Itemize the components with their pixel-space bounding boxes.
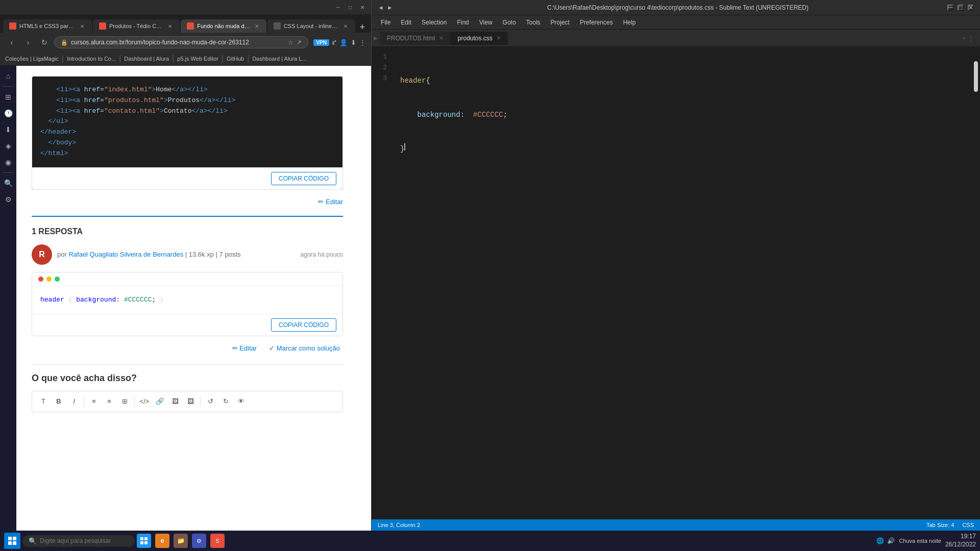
menu-project[interactable]: Project [546,17,575,28]
sublime-back-icon[interactable]: ◄ [378,4,384,11]
sublime-tab-add[interactable]: + [962,35,966,42]
maximize-button[interactable]: □ [347,4,354,11]
sidebar-home-icon[interactable]: ⌂ [2,70,14,82]
taskbar-icon-app1[interactable]: S [210,534,225,548]
sidebar-collections-icon[interactable]: ⊞ [2,91,14,103]
reply-author-link[interactable]: Rafael Quagliato Silveira de Bernardes [68,251,183,258]
sublime-tab-css-close[interactable]: ✕ [497,35,501,41]
tool-redo[interactable]: ↻ [218,394,233,409]
taskbar-left: 🔍 e 📁 ⚙ S [4,533,225,549]
bookmark-4[interactable]: p5.js Web Editor [177,56,218,62]
menu-preferences[interactable]: Preferences [575,17,618,28]
settings-taskbar-icon: ⚙ [197,538,202,544]
extensions-icon[interactable]: ⑈ [332,39,336,46]
volume-icon: 🔊 [887,537,895,544]
minimize-button[interactable]: ─ [334,4,341,11]
menu-view[interactable]: View [474,17,498,28]
line-num-3: 3 [372,73,392,84]
tool-link[interactable]: 🔗 [153,394,167,409]
bookmark-3[interactable]: Dashboard | Alura [124,56,169,62]
sublime-tab-more[interactable]: ⋮ [968,35,974,42]
reload-button[interactable]: ↻ [38,36,51,49]
back-button[interactable]: ‹ [5,36,18,49]
tool-undo[interactable]: ↺ [203,394,217,409]
sublime-tab-html-close[interactable]: ✕ [439,35,443,41]
share-icon[interactable]: ↗ [297,39,302,46]
menu-file[interactable]: File [376,17,396,28]
taskbar-icon-settings[interactable]: ⚙ [192,534,206,548]
sublime-tab-html[interactable]: PRODUTOS.html ✕ [380,32,451,45]
bookmark-1[interactable]: Coleções | LigaMagic [5,56,59,62]
browser-tab-1[interactable]: HTML5 e CSS3 parte... ✕ [3,19,92,33]
sidebar-settings-icon[interactable]: ⚙ [2,193,14,206]
copy-code-button-2[interactable]: COPIAR CÓDIGO [271,318,336,332]
tab-close-2[interactable]: ✕ [166,23,174,30]
tool-table[interactable]: ⊞ [117,394,132,409]
tool-italic[interactable]: I [67,394,81,409]
sidebar-search-icon[interactable]: 🔍 [2,177,14,189]
bookmark-6[interactable]: Dashboard | Alura L... [252,56,306,62]
bookmarks-bar: Coleções | LigaMagic | Introduction to C… [0,52,371,66]
tab-close-4[interactable]: ✕ [342,23,349,30]
menu-help[interactable]: Help [618,17,641,28]
sublime-tab-css[interactable]: produtos.css ✕ [451,32,508,45]
answer-copy-row: COPIAR CÓDIGO [32,314,342,336]
close-button[interactable]: ✕ [359,4,366,11]
sublime-maximize[interactable]: □ [958,5,964,11]
browser-titlebar: ─ □ ✕ [0,0,371,14]
sidebar-downloads-icon[interactable]: ⬇ [2,123,14,136]
browser-layout: ⌂ ⊞ 🕐 ⬇ ◈ ◉ 🔍 ⚙ <li><a href="index.html"… [0,66,371,531]
taskbar-search[interactable]: 🔍 [22,535,135,547]
start-button[interactable] [4,533,20,549]
mark-solution-button[interactable]: ✓ Marcar como solução [266,342,343,354]
tool-bold[interactable]: B [52,394,66,409]
tool-image[interactable]: 🖼 [168,394,182,409]
menu-find[interactable]: Find [452,17,474,28]
tool-image2[interactable]: 🖼 [183,394,198,409]
sidebar-wallet-icon[interactable]: ◈ [2,140,14,152]
tab-close-3[interactable]: ✕ [253,23,260,30]
forward-button[interactable]: › [21,36,35,49]
taskbar-icon-browser[interactable]: e [155,534,169,548]
menu-selection[interactable]: Selection [416,17,452,28]
vpn-badge[interactable]: VPN [313,39,329,46]
menu-goto[interactable]: Goto [498,17,521,28]
download-icon[interactable]: ⬇ [351,39,356,46]
sublime-forward-icon[interactable]: ► [387,4,393,11]
bookmark-2[interactable]: Introduction to Co... [67,56,116,62]
tool-list[interactable]: ≡ [102,394,116,409]
clock-time: 19:17 [961,533,976,541]
sublime-close[interactable]: ✕ [968,5,974,11]
forum-content[interactable]: <li><a href="index.html">Home</a></li> <… [16,66,371,531]
browser-tab-3[interactable]: Fundo não muda de... ✕ [181,19,266,33]
sidebar-games-icon[interactable]: ◉ [2,156,14,168]
tool-text[interactable]: T [36,394,51,409]
edit-link[interactable]: ✏ Editar [318,198,343,206]
browser-tab-2[interactable]: Produtos - Tédio Cor... ✕ [93,19,180,33]
status-left: Line 3, Column 2 [378,522,420,528]
address-bar[interactable]: 🔒 cursos.alura.com.br/forum/topico-fundo… [54,36,308,48]
edit-button[interactable]: ✏ Editar [229,342,260,354]
sublime-minimize[interactable]: ─ [947,5,953,11]
menu-icon[interactable]: ⋮ [359,39,366,46]
taskbar-icon-1[interactable] [137,534,151,548]
bookmark-5[interactable]: GitHub [227,56,244,62]
tab-close-1[interactable]: ✕ [79,23,86,30]
editor-line-3: } [400,143,972,155]
svg-rect-2 [8,541,12,545]
menu-tools[interactable]: Tools [521,17,546,28]
taskbar-search-input[interactable] [40,537,121,544]
new-tab-button[interactable]: + [356,22,368,33]
editor-text-area[interactable]: header { background: #CCCCCC; } [392,47,980,519]
tool-preview[interactable]: 👁 [234,394,248,409]
tool-align[interactable]: ≡ [87,394,101,409]
windows-logo-icon [8,537,16,545]
browser-tab-4[interactable]: CSS Layout - inline-b... ✕ [267,19,356,33]
sidebar-history-icon[interactable]: 🕐 [2,107,14,119]
menu-edit[interactable]: Edit [396,17,416,28]
taskbar-icon-files[interactable]: 📁 [174,534,188,548]
copy-code-button-1[interactable]: COPIAR CÓDIGO [271,172,336,185]
star-icon[interactable]: ☆ [288,39,293,46]
tool-code[interactable]: </> [137,394,152,409]
profile-icon[interactable]: 👤 [339,39,348,46]
